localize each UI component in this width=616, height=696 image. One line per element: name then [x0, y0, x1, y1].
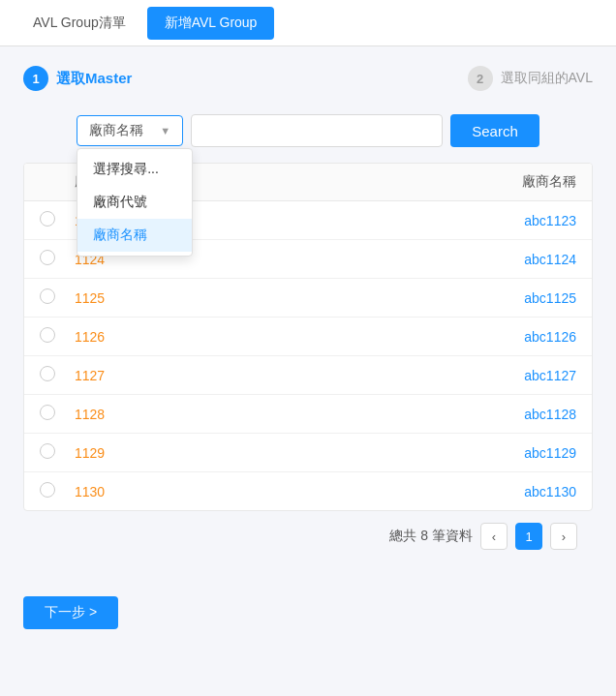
step-1-circle: 1: [23, 66, 48, 91]
dropdown-arrow-icon: ▼: [160, 125, 170, 136]
cell-vendor-name: abc1128: [460, 407, 576, 422]
search-input[interactable]: [191, 114, 443, 147]
radio-button[interactable]: [40, 288, 55, 304]
radio-button[interactable]: [40, 211, 55, 227]
cell-vendor-code: 1128: [75, 407, 460, 422]
cell-vendor-code: 1127: [75, 368, 460, 383]
search-bar: 廠商名稱 ▼ 選擇搜尋... 廠商代號 廠商名稱 Search: [23, 114, 593, 147]
step-header: 1 選取Master 2 選取同組的AVL: [23, 66, 593, 91]
pagination: 總共 8 筆資料 ‹ 1 ›: [23, 511, 593, 561]
cell-vendor-code: 1129: [75, 445, 460, 461]
table-row[interactable]: 1128 abc1128: [24, 395, 592, 434]
main-content: 1 選取Master 2 選取同組的AVL 廠商名稱 ▼ 選擇搜尋... 廠商代…: [0, 46, 616, 581]
search-type-dropdown[interactable]: 廠商名稱 ▼: [77, 115, 183, 146]
radio-button[interactable]: [40, 366, 55, 381]
cell-vendor-code: 1130: [75, 484, 460, 499]
dropdown-option-name[interactable]: 廠商名稱: [77, 219, 192, 252]
table-row[interactable]: 1127 abc1127: [24, 356, 592, 395]
search-dropdown-wrapper: 廠商名稱 ▼ 選擇搜尋... 廠商代號 廠商名稱: [77, 115, 183, 146]
table-row[interactable]: 1130 abc1130: [24, 472, 592, 510]
table-row[interactable]: 1126 abc1126: [24, 318, 592, 356]
tab-add-avl[interactable]: 新增AVL Group: [147, 7, 275, 40]
cell-vendor-name: abc1124: [460, 252, 576, 267]
tab-avl-list[interactable]: AVL Group清單: [15, 7, 143, 40]
cell-vendor-name: abc1130: [460, 484, 576, 499]
search-button[interactable]: Search: [450, 114, 539, 147]
radio-button[interactable]: [40, 250, 55, 265]
row-radio-col: [40, 288, 75, 307]
tab-bar: AVL Group清單 新增AVL Group: [0, 0, 616, 46]
footer: 下一步 >: [0, 581, 616, 645]
radio-button[interactable]: [40, 405, 55, 420]
page-1-button[interactable]: 1: [515, 523, 542, 550]
step-2-label: 選取同組的AVL: [501, 70, 593, 87]
row-radio-col: [40, 482, 75, 500]
table-row[interactable]: 1125 abc1125: [24, 279, 592, 318]
row-radio-col: [40, 405, 75, 423]
radio-button[interactable]: [40, 443, 55, 459]
step-1: 1 選取Master: [23, 66, 132, 91]
pagination-summary: 總共 8 筆資料: [389, 528, 473, 545]
radio-button[interactable]: [40, 327, 55, 343]
table-row[interactable]: 1129 abc1129: [24, 434, 592, 472]
header-name: 廠商名稱: [460, 173, 576, 191]
dropdown-option-code[interactable]: 廠商代號: [77, 186, 192, 219]
step-2: 2 選取同組的AVL: [468, 66, 593, 91]
row-radio-col: [40, 211, 75, 229]
cell-vendor-name: abc1129: [460, 445, 576, 461]
row-radio-col: [40, 366, 75, 384]
step-1-label: 選取Master: [56, 70, 132, 88]
radio-button[interactable]: [40, 482, 55, 498]
cell-vendor-name: abc1126: [460, 329, 576, 345]
cell-vendor-name: abc1123: [460, 213, 576, 228]
next-step-button[interactable]: 下一步 >: [23, 596, 118, 629]
cell-vendor-name: abc1127: [460, 368, 576, 383]
prev-page-button[interactable]: ‹: [480, 523, 508, 550]
row-radio-col: [40, 443, 75, 462]
row-radio-col: [40, 327, 75, 346]
cell-vendor-code: 1126: [75, 329, 460, 345]
cell-vendor-code: 1125: [75, 290, 460, 306]
row-radio-col: [40, 250, 75, 268]
dropdown-menu: 選擇搜尋... 廠商代號 廠商名稱: [77, 148, 193, 257]
cell-vendor-name: abc1125: [460, 290, 576, 306]
dropdown-option-placeholder[interactable]: 選擇搜尋...: [77, 153, 192, 186]
next-page-button[interactable]: ›: [550, 523, 577, 550]
dropdown-label: 廠商名稱: [89, 122, 143, 139]
step-2-circle: 2: [468, 66, 493, 91]
